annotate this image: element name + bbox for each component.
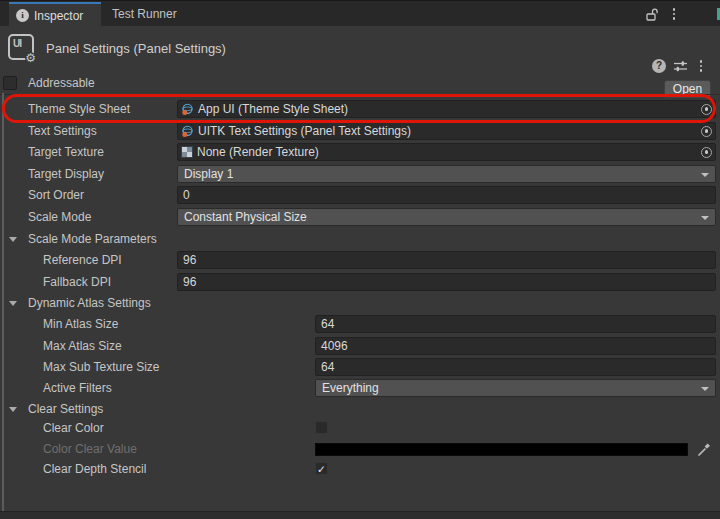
row-fallback-dpi: Fallback DPI 96 [0,272,720,293]
color-clear-value-swatch[interactable] [315,443,688,456]
tab-bar: i Inspector Test Runner [0,0,720,26]
max-atlas-size-label: Max Atlas Size [43,339,122,353]
min-atlas-size-input[interactable]: 64 [315,315,716,333]
tab-inspector-label: Inspector [34,9,83,23]
target-display-label: Target Display [28,167,104,181]
fallback-dpi-input[interactable]: 96 [177,273,716,291]
row-active-filters: Active Filters Everything [0,378,720,399]
tab-inspector[interactable]: i Inspector [9,2,101,27]
theme-style-sheet-object-field[interactable]: App UI (Theme Style Sheet) [177,100,716,118]
object-picker-icon[interactable] [701,104,712,115]
max-atlas-size-input[interactable]: 4096 [315,337,716,355]
text-settings-value: UITK Text Settings (Panel Text Settings) [198,124,411,138]
scale-mode-value: Constant Physical Size [184,210,307,224]
window-menu-kebab-icon[interactable] [668,7,680,21]
color-clear-value-label: Color Clear Value [43,442,137,456]
scale-mode-dropdown[interactable]: Constant Physical Size [177,208,716,226]
text-settings-object-field[interactable]: UITK Text Settings (Panel Text Settings) [177,122,716,140]
asset-icon-text: UI [13,38,21,49]
addressable-checkbox[interactable] [3,76,17,90]
lock-icon[interactable] [644,7,660,22]
info-icon: i [16,9,29,22]
unity-inspector-window: i Inspector Test Runner UI ⚙ Panel Setti… [0,0,720,519]
row-text-settings: Text Settings UITK Text Settings (Panel … [0,121,720,142]
row-sort-order: Sort Order 0 [0,185,720,206]
row-theme-style-sheet: Theme Style Sheet App UI (Theme Style Sh… [0,99,720,120]
panel-left-edge [2,93,4,519]
target-texture-object-field[interactable]: None (Render Texture) [177,143,716,161]
scale-mode-label: Scale Mode [28,210,91,224]
sort-order-input[interactable]: 0 [177,186,716,204]
dropdown-arrow-icon [701,216,709,220]
row-target-display: Target Display Display 1 [0,164,720,185]
target-texture-label: Target Texture [28,145,104,159]
preset-icon[interactable] [673,59,688,73]
inspector-header: UI ⚙ Panel Settings (Panel Settings) ? O… [0,26,720,75]
row-clear-settings: Clear Settings [0,399,720,420]
foldout-icon[interactable] [9,301,17,306]
tab-test-runner-label: Test Runner [112,7,177,21]
theme-stylesheet-icon [181,103,194,116]
row-target-texture: Target Texture None (Render Texture) [0,142,720,163]
row-max-atlas-size: Max Atlas Size 4096 [0,336,720,357]
theme-style-sheet-value: App UI (Theme Style Sheet) [198,102,348,116]
scale-mode-parameters-label[interactable]: Scale Mode Parameters [28,232,157,246]
gear-icon: ⚙ [25,52,36,64]
max-sub-texture-size-label: Max Sub Texture Size [43,360,160,374]
reference-dpi-label: Reference DPI [43,253,122,267]
row-clear-color: Clear Color [0,418,720,439]
sort-order-label: Sort Order [28,188,84,202]
panel-settings-asset-icon: UI ⚙ [8,34,34,60]
row-reference-dpi: Reference DPI 96 [0,250,720,271]
dynamic-atlas-settings-label[interactable]: Dynamic Atlas Settings [28,296,151,310]
object-picker-icon[interactable] [701,126,712,137]
active-filters-label: Active Filters [43,381,112,395]
row-min-atlas-size: Min Atlas Size 64 [0,314,720,335]
reference-dpi-input[interactable]: 96 [177,251,716,269]
target-display-dropdown[interactable]: Display 1 [177,165,716,183]
theme-style-sheet-label: Theme Style Sheet [28,102,130,116]
clear-color-checkbox[interactable] [315,421,328,434]
clear-color-label: Clear Color [43,421,104,435]
row-clear-depth-stencil: Clear Depth Stencil ✓ [0,459,720,480]
row-scale-mode: Scale Mode Constant Physical Size [0,207,720,228]
active-filters-value: Everything [322,381,379,395]
dropdown-arrow-icon [701,387,709,391]
active-filters-dropdown[interactable]: Everything [315,379,716,397]
foldout-icon[interactable] [9,407,17,412]
header-separator [0,94,720,95]
help-icon[interactable]: ? [652,59,666,73]
clear-depth-stencil-checkbox[interactable]: ✓ [315,462,328,475]
object-picker-icon[interactable] [701,147,712,158]
page-title: Panel Settings (Panel Settings) [46,41,226,56]
addressable-label: Addressable [28,76,95,90]
row-scale-mode-parameters: Scale Mode Parameters [0,229,720,250]
render-texture-icon [181,146,193,158]
foldout-icon[interactable] [9,237,17,242]
addressable-row: Addressable [0,75,720,94]
eyedropper-icon[interactable] [692,442,716,457]
clear-settings-label[interactable]: Clear Settings [28,402,103,416]
clear-depth-stencil-label: Clear Depth Stencil [43,462,146,476]
row-max-sub-texture-size: Max Sub Texture Size 64 [0,357,720,378]
tab-test-runner[interactable]: Test Runner [112,1,177,27]
target-texture-value: None (Render Texture) [197,145,319,159]
dropdown-arrow-icon [701,173,709,177]
target-display-value: Display 1 [184,167,233,181]
max-sub-texture-size-input[interactable]: 64 [315,358,716,376]
fallback-dpi-label: Fallback DPI [43,275,111,289]
component-menu-kebab-icon[interactable] [695,59,707,73]
row-color-clear-value: Color Clear Value [0,439,720,460]
row-dynamic-atlas-settings: Dynamic Atlas Settings [0,293,720,314]
text-settings-label: Text Settings [28,124,97,138]
theme-stylesheet-icon [181,125,194,138]
min-atlas-size-label: Min Atlas Size [43,317,118,331]
panel-bottom-edge [0,511,720,519]
